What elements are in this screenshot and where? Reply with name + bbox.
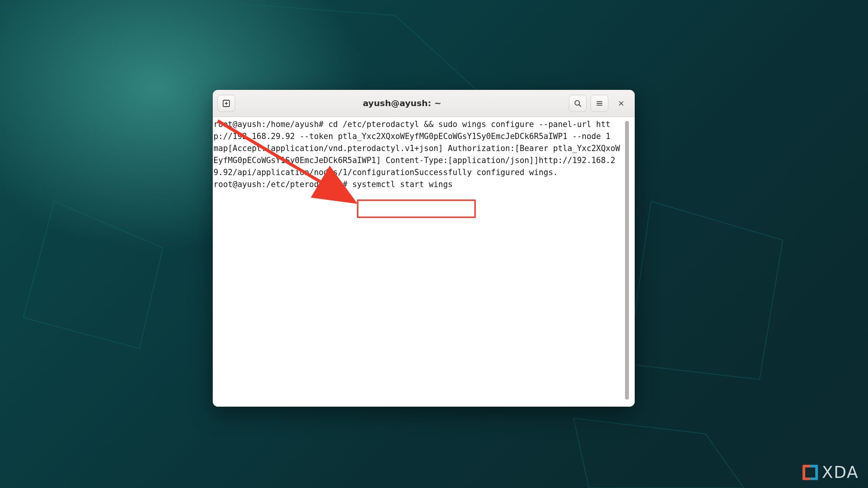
svg-marker-3 <box>574 418 744 488</box>
svg-line-8 <box>579 105 581 107</box>
terminal-line: root@ayush:/etc/pterodactyl# systemctl s… <box>214 180 453 189</box>
svg-marker-2 <box>628 201 783 380</box>
titlebar: ayush@ayush: ~ <box>213 90 635 117</box>
search-button[interactable] <box>569 95 587 112</box>
search-icon <box>574 99 582 108</box>
terminal-line: root@ayush:/home/ayush# cd /etc/pterodac… <box>214 120 610 141</box>
new-tab-button[interactable] <box>217 95 235 112</box>
terminal-output[interactable]: root@ayush:/home/ayush# cd /etc/pterodac… <box>213 119 622 405</box>
close-button[interactable] <box>612 95 630 112</box>
terminal-line: map[Accept:[application/vnd.pterodactyl.… <box>214 144 620 177</box>
window-title: ayush@ayush: ~ <box>239 98 565 108</box>
titlebar-right-controls <box>569 95 630 112</box>
hamburger-icon <box>595 99 604 108</box>
terminal-window: ayush@ayush: ~ <box>213 90 635 407</box>
watermark: XDA <box>803 463 859 482</box>
watermark-text: XDA <box>822 463 859 482</box>
menu-button[interactable] <box>591 95 608 112</box>
svg-marker-1 <box>23 201 163 349</box>
terminal-body[interactable]: root@ayush:/home/ayush# cd /etc/pterodac… <box>213 117 635 407</box>
scrollbar-thumb[interactable] <box>625 121 629 400</box>
plus-square-icon <box>222 99 231 108</box>
close-icon <box>618 100 625 107</box>
svg-point-7 <box>575 100 580 105</box>
scrollbar[interactable] <box>624 119 630 405</box>
watermark-logo-icon <box>803 465 818 480</box>
